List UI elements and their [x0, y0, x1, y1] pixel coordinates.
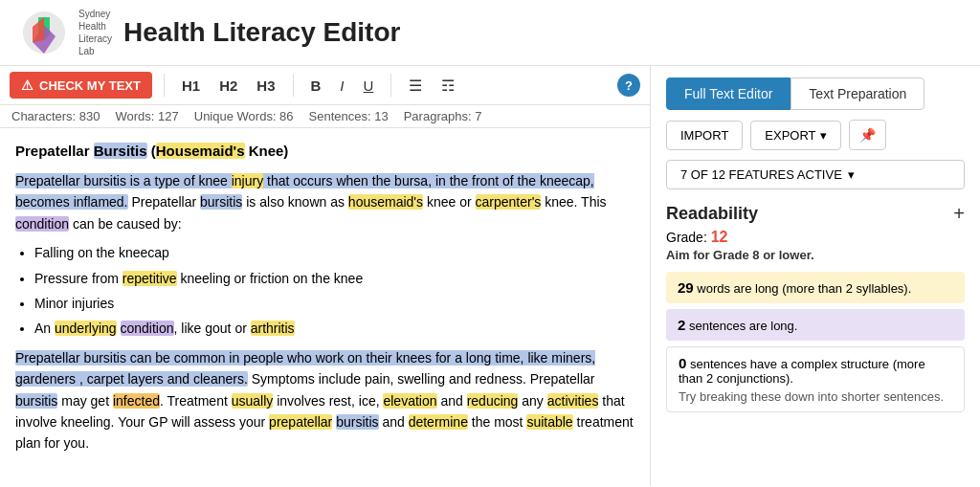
cause-4: An underlying condition, like gout or ar… — [34, 318, 635, 339]
cause-1: Falling on the kneecap — [34, 242, 635, 263]
main-layout: ⚠ CHECK MY TEXT H1 H2 H3 B I U ☰ ☶ ? Cha… — [0, 66, 980, 486]
help-button[interactable]: ? — [617, 74, 640, 97]
causes-list: Falling on the kneecap Pressure from rep… — [34, 242, 635, 340]
lab-name-line1: Sydney — [78, 8, 112, 20]
readability-expand-button[interactable]: + — [953, 203, 965, 225]
toolbar-divider — [164, 74, 165, 97]
aim-line: Aim for Grade 8 or lower. — [666, 248, 965, 262]
long-words-card: 29 words are long (more than 2 syllables… — [666, 272, 965, 303]
right-panel: Full Text Editor Text Preparation IMPORT… — [651, 66, 980, 486]
cause-3: Minor injuries — [34, 293, 635, 314]
lab-name-line4: Lab — [78, 45, 112, 57]
left-panel: ⚠ CHECK MY TEXT H1 H2 H3 B I U ☰ ☶ ? Cha… — [0, 66, 651, 486]
tab-row: Full Text Editor Text Preparation — [666, 77, 965, 110]
long-sentences-card: 2 sentences are long. — [666, 309, 965, 341]
grade-value: 12 — [711, 229, 728, 245]
characters-stat: Characters: 830 — [11, 109, 100, 123]
ordered-list-button[interactable]: ☶ — [435, 73, 460, 99]
complex-sentences-card: 0 sentences have a complex structure (mo… — [666, 346, 965, 412]
readability-section: Readability + Grade: 12 Aim for Grade 8 … — [666, 203, 965, 418]
complex-sentences-count: 0 — [679, 355, 686, 371]
action-row: IMPORT EXPORT ▾ 📌 — [666, 120, 965, 150]
features-active-button[interactable]: 7 OF 12 FEATURES ACTIVE ▾ — [666, 160, 965, 189]
words-stat: Words: 127 — [116, 109, 179, 123]
complex-sentences-text: sentences have a complex structure (more… — [679, 357, 925, 386]
paragraph-1: Prepatellar bursitis is a type of knee i… — [15, 170, 635, 234]
toolbar-divider3 — [390, 74, 391, 97]
cause-2: Pressure from repetitive kneeling or fri… — [34, 268, 635, 289]
long-sentences-count: 2 — [678, 317, 685, 333]
editor-content[interactable]: Prepatellar Bursitis (Housemaid's Knee) … — [0, 128, 650, 486]
tab-text-preparation[interactable]: Text Preparation — [791, 77, 924, 110]
h1-button[interactable]: H1 — [176, 74, 206, 98]
logo-container: Sydney Health Literacy Lab — [19, 8, 112, 57]
h2-button[interactable]: H2 — [213, 74, 243, 98]
logo-icon — [19, 8, 69, 57]
unordered-list-button[interactable]: ☰ — [403, 73, 428, 99]
readability-title: Readability — [666, 204, 758, 224]
underline-button[interactable]: U — [358, 74, 380, 98]
toolbar-divider2 — [293, 74, 294, 97]
complex-sentences-main: 0 sentences have a complex structure (mo… — [679, 355, 952, 386]
grade-line: Grade: 12 — [666, 229, 965, 246]
article-heading: Prepatellar Bursitis (Housemaid's Knee) — [15, 140, 635, 163]
long-sentences-text: sentences are long. — [689, 319, 797, 333]
pin-button[interactable]: 📌 — [849, 120, 886, 150]
toolbar: ⚠ CHECK MY TEXT H1 H2 H3 B I U ☰ ☶ ? — [0, 66, 650, 105]
export-label: EXPORT — [765, 128, 815, 143]
warning-icon: ⚠ — [21, 77, 33, 93]
import-button[interactable]: IMPORT — [666, 121, 743, 150]
tab-full-text-editor[interactable]: Full Text Editor — [666, 77, 791, 110]
lab-name-line3: Literacy — [78, 33, 112, 45]
h3-button[interactable]: H3 — [251, 74, 280, 98]
paragraph-2: Prepatellar bursitis can be common in pe… — [15, 347, 635, 454]
readability-header: Readability + — [666, 203, 965, 225]
grade-label: Grade: — [666, 230, 707, 245]
stats-bar: Characters: 830 Words: 127 Unique Words:… — [0, 105, 650, 128]
check-btn-label: CHECK MY TEXT — [39, 78, 141, 93]
app-title: Health Literacy Editor — [123, 17, 400, 48]
check-my-text-button[interactable]: ⚠ CHECK MY TEXT — [10, 72, 152, 99]
export-button[interactable]: EXPORT ▾ — [750, 121, 840, 150]
chevron-down-icon: ▾ — [820, 128, 827, 143]
complex-sentences-subtext: Try breaking these down into shorter sen… — [679, 389, 952, 404]
bold-button[interactable]: B — [305, 74, 327, 98]
unique-words-stat: Unique Words: 86 — [194, 109, 294, 123]
long-words-count: 29 — [678, 279, 694, 296]
features-label: 7 OF 12 FEATURES ACTIVE — [680, 167, 842, 182]
sentences-stat: Sentences: 13 — [309, 109, 389, 123]
header: Sydney Health Literacy Lab Health Litera… — [0, 0, 980, 66]
lab-name-line2: Health — [78, 20, 112, 33]
chevron-down-icon2: ▾ — [848, 167, 855, 182]
italic-button[interactable]: I — [334, 74, 349, 98]
long-words-text: words are long (more than 2 syllables). — [697, 281, 911, 296]
paragraphs-stat: Paragraphs: 7 — [404, 109, 482, 123]
